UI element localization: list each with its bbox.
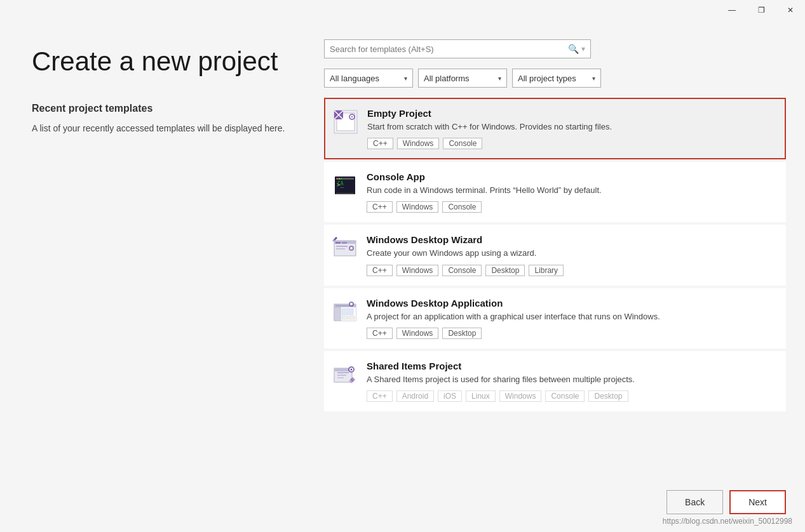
desktop-wizard-content: Windows Desktop Wizard Create your own W… xyxy=(367,234,778,276)
svg-rect-19 xyxy=(335,242,341,244)
filter-project-types-label: All project types xyxy=(518,74,576,83)
search-row: 🔍 ▾ xyxy=(324,39,786,58)
empty-project-name: Empty Project xyxy=(367,108,777,119)
svg-text:>_: >_ xyxy=(337,182,344,188)
empty-project-icon xyxy=(333,109,358,135)
minimize-button[interactable]: — xyxy=(717,0,747,20)
desktop-application-desc: A project for an application with a grap… xyxy=(367,311,778,323)
shared-items-tags: C++ Android iOS Linux Windows Console De… xyxy=(367,390,778,402)
console-app-content: Console App Run code in a Windows termin… xyxy=(367,171,778,213)
filter-platforms-label: All platforms xyxy=(424,74,470,83)
tag-cpp: C++ xyxy=(367,328,393,339)
templates-list: Empty Project Start from scratch with C+… xyxy=(324,98,786,480)
console-app-tags: C++ Windows Console xyxy=(367,201,778,213)
svg-point-13 xyxy=(337,178,338,180)
filter-languages-label: All languages xyxy=(330,74,379,83)
bottom-bar: Back Next xyxy=(324,480,786,519)
template-console-app[interactable]: CA >_ Console App Run code in a Windows … xyxy=(324,162,786,222)
svg-rect-31 xyxy=(342,309,353,315)
desktop-wizard-tags: C++ Windows Console Desktop Library xyxy=(367,265,778,276)
recent-templates-label: Recent project templates xyxy=(32,103,286,114)
tag-windows: Windows xyxy=(396,265,439,276)
tag-windows: Windows xyxy=(499,390,542,402)
console-app-desc: Run code in a Windows terminal. Prints “… xyxy=(367,185,778,196)
svg-rect-20 xyxy=(342,242,347,244)
filter-languages[interactable]: All languages ▾ xyxy=(324,69,413,88)
tag-cpp: C++ xyxy=(367,390,393,402)
desktop-application-name: Windows Desktop Application xyxy=(367,298,778,309)
svg-rect-40 xyxy=(337,377,344,378)
search-icon-button[interactable]: 🔍 xyxy=(567,44,580,54)
template-desktop-wizard[interactable]: Windows Desktop Wizard Create your own W… xyxy=(324,225,786,285)
search-dropdown-arrow[interactable]: ▾ xyxy=(580,44,585,53)
recent-templates-desc: A list of your recently accessed templat… xyxy=(32,122,286,135)
filter-project-types[interactable]: All project types ▾ xyxy=(512,69,601,88)
shared-items-name: Shared Items Project xyxy=(367,361,778,371)
tag-cpp: C++ xyxy=(367,138,393,149)
svg-rect-23 xyxy=(336,246,348,247)
svg-point-35 xyxy=(350,303,353,305)
tag-windows: Windows xyxy=(396,201,439,213)
tag-android: Android xyxy=(396,390,434,402)
tag-cpp: C++ xyxy=(367,265,393,276)
svg-point-43 xyxy=(351,368,353,370)
svg-point-22 xyxy=(350,247,353,249)
tag-console: Console xyxy=(443,138,482,149)
template-empty-project[interactable]: Empty Project Start from scratch with C+… xyxy=(324,98,786,159)
filter-languages-arrow: ▾ xyxy=(404,75,407,82)
titlebar: — ❐ ✕ xyxy=(717,0,805,20)
tag-desktop: Desktop xyxy=(485,265,525,276)
tag-desktop: Desktop xyxy=(442,328,482,339)
shared-items-desc: A Shared Items project is used for shari… xyxy=(367,374,778,385)
page-title: Create a new project xyxy=(32,46,286,77)
tag-desktop: Desktop xyxy=(588,390,628,402)
shared-items-content: Shared Items Project A Shared Items proj… xyxy=(367,361,778,402)
filter-platforms-arrow: ▾ xyxy=(498,75,501,82)
svg-point-7 xyxy=(351,116,353,117)
tag-console: Console xyxy=(442,201,482,213)
svg-rect-11 xyxy=(336,193,354,194)
close-button[interactable]: ✕ xyxy=(776,0,805,20)
search-input[interactable] xyxy=(330,44,567,54)
svg-rect-38 xyxy=(337,372,349,373)
filter-row: All languages ▾ All platforms ▾ All proj… xyxy=(324,69,786,88)
back-button[interactable]: Back xyxy=(666,490,723,514)
tag-console: Console xyxy=(442,265,482,276)
console-app-name: Console App xyxy=(367,171,778,182)
tag-windows: Windows xyxy=(396,328,439,339)
filter-project-types-arrow: ▾ xyxy=(592,75,595,82)
svg-rect-29 xyxy=(334,307,341,321)
right-panel: 🔍 ▾ All languages ▾ All platforms ▾ All … xyxy=(311,20,805,532)
desktop-application-tags: C++ Windows Desktop xyxy=(367,328,778,339)
svg-rect-27 xyxy=(335,305,349,306)
empty-project-desc: Start from scratch with C++ for Windows.… xyxy=(367,121,777,133)
empty-project-tags: C++ Windows Console xyxy=(367,138,777,149)
desktop-application-content: Windows Desktop Application A project fo… xyxy=(367,298,778,339)
tag-windows: Windows xyxy=(397,138,440,149)
svg-point-15 xyxy=(341,178,342,180)
next-button[interactable]: Next xyxy=(729,490,786,514)
main-container: Create a new project Recent project temp… xyxy=(0,0,805,532)
console-app-icon: CA >_ xyxy=(332,173,358,198)
template-desktop-application[interactable]: Windows Desktop Application A project fo… xyxy=(324,288,786,349)
svg-rect-33 xyxy=(349,316,355,319)
watermark: https://blog.csdn.net/weixin_50012998 xyxy=(663,517,792,526)
svg-rect-39 xyxy=(337,375,346,376)
svg-rect-24 xyxy=(336,248,345,249)
svg-point-14 xyxy=(339,178,340,180)
desktop-wizard-icon xyxy=(332,236,358,261)
filter-platforms[interactable]: All platforms ▾ xyxy=(418,69,507,88)
desktop-application-icon xyxy=(332,299,358,324)
desktop-wizard-desc: Create your own Windows app using a wiza… xyxy=(367,248,778,259)
tag-linux: Linux xyxy=(466,390,496,402)
template-shared-items[interactable]: Shared Items Project A Shared Items proj… xyxy=(324,351,786,411)
empty-project-content: Empty Project Start from scratch with C+… xyxy=(367,108,777,149)
tag-library: Library xyxy=(529,265,564,276)
tag-ios: iOS xyxy=(438,390,462,402)
tag-cpp: C++ xyxy=(367,201,393,213)
search-box[interactable]: 🔍 ▾ xyxy=(324,39,591,58)
desktop-wizard-name: Windows Desktop Wizard xyxy=(367,234,778,245)
svg-rect-32 xyxy=(342,316,348,319)
shared-items-icon xyxy=(332,362,358,387)
maximize-button[interactable]: ❐ xyxy=(747,0,776,20)
